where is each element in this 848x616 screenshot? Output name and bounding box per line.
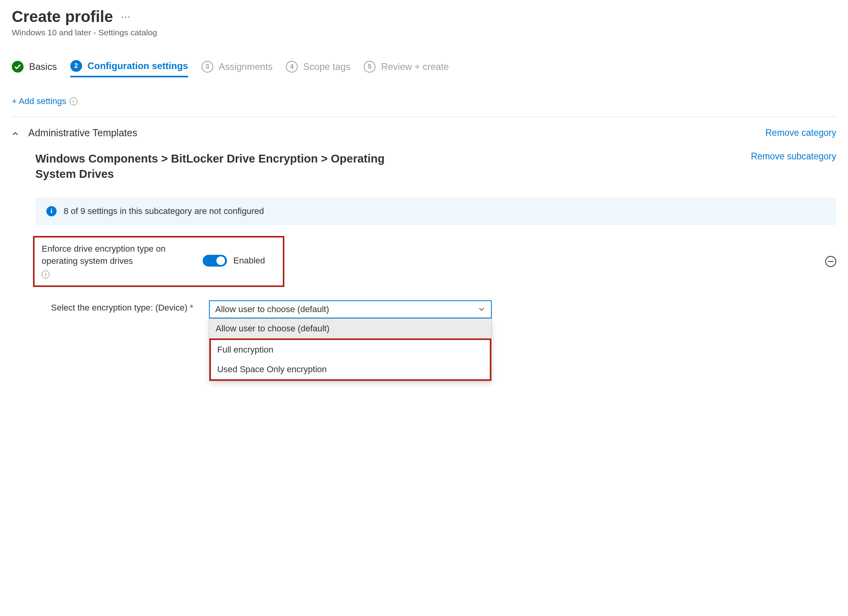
step-basics[interactable]: Basics xyxy=(12,61,57,77)
category-title: Administrative Templates xyxy=(28,127,137,139)
wizard-stepper: Basics 2 Configuration settings 3 Assign… xyxy=(12,60,836,77)
remove-category-link[interactable]: Remove category xyxy=(766,128,836,138)
step-label: Basics xyxy=(29,61,57,72)
toggle-state-label: Enabled xyxy=(233,256,265,266)
step-number-icon: 2 xyxy=(70,60,82,72)
step-configuration-settings[interactable]: 2 Configuration settings xyxy=(70,60,188,77)
step-label: Scope tags xyxy=(303,61,350,72)
chevron-down-icon xyxy=(478,305,485,313)
highlighted-options-box: Full encryption Used Space Only encrypti… xyxy=(209,338,491,381)
subcategory-title: Windows Components > BitLocker Drive Enc… xyxy=(35,151,389,182)
check-icon xyxy=(12,61,24,73)
encryption-type-label: Select the encryption type: (Device) * xyxy=(51,300,193,313)
add-settings-label: + Add settings xyxy=(12,96,66,106)
info-banner: i 8 of 9 settings in this subcategory ar… xyxy=(35,197,836,225)
info-icon[interactable]: i xyxy=(42,271,49,278)
page-title: Create profile xyxy=(12,8,113,26)
step-number-icon: 3 xyxy=(201,61,213,73)
remove-setting-button[interactable] xyxy=(825,256,836,267)
step-label: Assignments xyxy=(219,61,273,72)
step-number-icon: 4 xyxy=(286,61,298,73)
step-label: Review + create xyxy=(381,61,449,72)
add-settings-button[interactable]: + Add settings i xyxy=(12,96,836,106)
dropdown-option[interactable]: Allow user to choose (default) xyxy=(209,319,491,338)
step-review-create[interactable]: 5 Review + create xyxy=(364,61,449,77)
more-actions-icon[interactable]: ··· xyxy=(121,11,131,23)
info-icon[interactable]: i xyxy=(70,97,77,105)
chevron-up-icon[interactable] xyxy=(12,129,20,137)
remove-subcategory-link[interactable]: Remove subcategory xyxy=(751,151,836,162)
encryption-type-dropdown[interactable]: Allow user to choose (default) xyxy=(209,300,492,318)
step-scope-tags[interactable]: 4 Scope tags xyxy=(286,61,350,77)
toggle-knob xyxy=(216,256,225,265)
info-icon: i xyxy=(46,206,57,216)
step-assignments[interactable]: 3 Assignments xyxy=(201,61,273,77)
step-number-icon: 5 xyxy=(364,61,375,73)
divider xyxy=(12,117,836,117)
minus-icon xyxy=(828,261,833,262)
enforce-encryption-toggle[interactable] xyxy=(203,255,227,267)
page-subtitle: Windows 10 and later - Settings catalog xyxy=(12,28,836,37)
step-label: Configuration settings xyxy=(88,60,188,71)
info-banner-text: 8 of 9 settings in this subcategory are … xyxy=(64,206,264,216)
setting-label: Enforce drive encryption type on operati… xyxy=(42,243,171,267)
highlighted-setting-box: Enforce drive encryption type on operati… xyxy=(33,236,284,287)
required-marker: * xyxy=(190,303,193,313)
dropdown-menu: Allow user to choose (default) Full encr… xyxy=(209,318,492,381)
dropdown-option[interactable]: Full encryption xyxy=(211,340,490,360)
dropdown-selected-value: Allow user to choose (default) xyxy=(215,304,329,314)
dropdown-option[interactable]: Used Space Only encryption xyxy=(211,360,490,379)
